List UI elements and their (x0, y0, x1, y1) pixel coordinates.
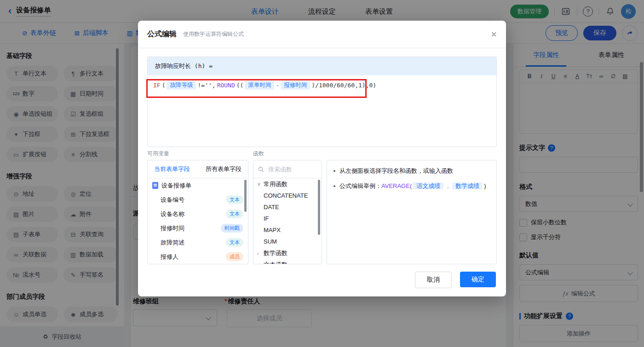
functions-label: 函数 (253, 150, 264, 158)
help-tip: 从左侧面板选择字段名和函数，或输入函数 (327, 166, 496, 176)
function-item[interactable]: DATE (253, 201, 322, 213)
function-group[interactable]: ∨常用函数 (253, 178, 322, 190)
function-item[interactable]: IF (253, 213, 322, 224)
variables-form-root[interactable]: 设备报修单 (148, 178, 248, 193)
formula-token: IF (153, 82, 161, 89)
modal-footer: 取消 确定 (415, 272, 496, 288)
formula-field-chip[interactable]: 派单时间 (245, 81, 274, 90)
chevron-down-icon: ∨ (257, 181, 264, 187)
variable-row[interactable]: 报修人成员 (148, 250, 248, 264)
variable-row[interactable]: 派单时间时间戳 (148, 264, 248, 264)
function-search-input[interactable] (267, 165, 315, 173)
formula-token: ROUND (217, 82, 235, 89)
function-list: ∨常用函数CONCATENATEDATEIFMAPXSUM›数学函数›文本函数 (253, 178, 322, 264)
example-function: AVERAGE( (381, 182, 412, 189)
example-field-chip: 语文成绩 (413, 182, 443, 189)
formula-help-panel: 从左侧面板选择字段名和函数，或输入函数 公式编辑举例：AVERAGE(语文成绩，… (327, 160, 497, 264)
variables-scrollbar[interactable] (244, 180, 247, 212)
formula-editor-box: 故障响应时长 (h) = IF(故障等级!='',ROUND((派单时间-报修时… (147, 57, 497, 147)
formula-field-chip[interactable]: 故障等级 (167, 81, 196, 90)
bullet-icon (334, 170, 335, 172)
bullet-icon (334, 185, 335, 187)
formula-token: !='', (197, 82, 215, 89)
variable-type-badge: 文本 (226, 238, 243, 247)
variable-type-badge: 成员 (226, 252, 243, 261)
variable-type-badge: 文本 (226, 195, 243, 204)
search-icon (258, 166, 264, 172)
formula-input-area[interactable]: IF(故障等级!='',ROUND((派单时间-报修时间)/1000/60/60… (148, 75, 496, 95)
formula-token: ( (162, 82, 166, 89)
variable-type-badge: 时间戳 (221, 224, 243, 233)
variable-row[interactable]: 故障简述文本 (148, 235, 248, 250)
modal-subtitle: 使用数学运算符编辑公式 (183, 30, 244, 38)
function-group-name: 数学函数 (264, 249, 288, 257)
confirm-button[interactable]: 确定 (460, 272, 496, 287)
formula-token: )/1000/60/60,1),0) (311, 82, 376, 89)
variable-name: 故障简述 (161, 239, 184, 247)
formula-field-chip[interactable]: 报修时间 (281, 81, 310, 90)
function-group[interactable]: ›数学函数 (253, 247, 322, 259)
formula-edit-modal: 公式编辑 使用数学运算符编辑公式 × 故障响应时长 (h) = IF(故障等级!… (138, 21, 506, 296)
chevron-right-icon: › (257, 262, 264, 265)
function-item[interactable]: MAPX (253, 224, 322, 236)
variables-tab[interactable]: 当前表单字段 (154, 165, 190, 173)
formula-token: - (276, 82, 279, 89)
variables-tab[interactable]: 所有表单字段 (206, 165, 242, 173)
variable-row[interactable]: 设备名称文本 (148, 207, 248, 221)
function-search (253, 160, 322, 178)
variables-label: 可用变量 (147, 150, 169, 158)
functions-scrollbar[interactable] (318, 180, 320, 235)
variable-name: 报修人 (161, 253, 178, 261)
variable-type-badge: 文本 (226, 210, 243, 218)
modal-header: 公式编辑 使用数学运算符编辑公式 × (138, 21, 506, 48)
variable-name: 设备名称 (161, 210, 184, 218)
function-group-name: 常用函数 (264, 180, 288, 188)
example-field-chip: 数学成绩 (452, 182, 483, 189)
cancel-button[interactable]: 取消 (415, 272, 452, 288)
function-group-name: 文本函数 (264, 261, 288, 265)
form-doc-icon (152, 182, 158, 189)
variable-name: 报修时间 (161, 224, 184, 233)
formula-target-label: 故障响应时长 (h) = (148, 57, 496, 75)
app-window: ‹ 设备报修单 表单设计流程设定表单设置 数据管理 ? (0, 0, 644, 347)
function-item[interactable]: CONCATENATE (253, 190, 322, 201)
modal-title: 公式编辑 (147, 29, 177, 39)
form-name: 设备报修单 (161, 182, 191, 190)
variables-panel: 当前表单字段所有表单字段 设备报修单设备编号文本设备名称文本报修时间时间戳故障简… (147, 160, 248, 264)
variables-tabs: 当前表单字段所有表单字段 (148, 160, 248, 178)
functions-panel: ∨常用函数CONCATENATEDATEIFMAPXSUM›数学函数›文本函数 (253, 160, 322, 264)
chevron-right-icon: › (257, 250, 264, 256)
function-group[interactable]: ›文本函数 (253, 259, 322, 264)
close-icon[interactable]: × (491, 29, 497, 40)
variable-row[interactable]: 报修时间时间戳 (148, 221, 248, 235)
function-item[interactable]: SUM (253, 236, 322, 247)
variable-row[interactable]: 设备编号文本 (148, 193, 248, 207)
variable-name: 设备编号 (161, 196, 184, 204)
formula-token: (( (236, 82, 244, 89)
help-example: 公式编辑举例：AVERAGE(语文成绩，数学成绩) (327, 182, 496, 191)
variables-list: 设备报修单设备编号文本设备名称文本报修时间时间戳故障简述文本报修人成员派单时间时… (148, 178, 248, 264)
